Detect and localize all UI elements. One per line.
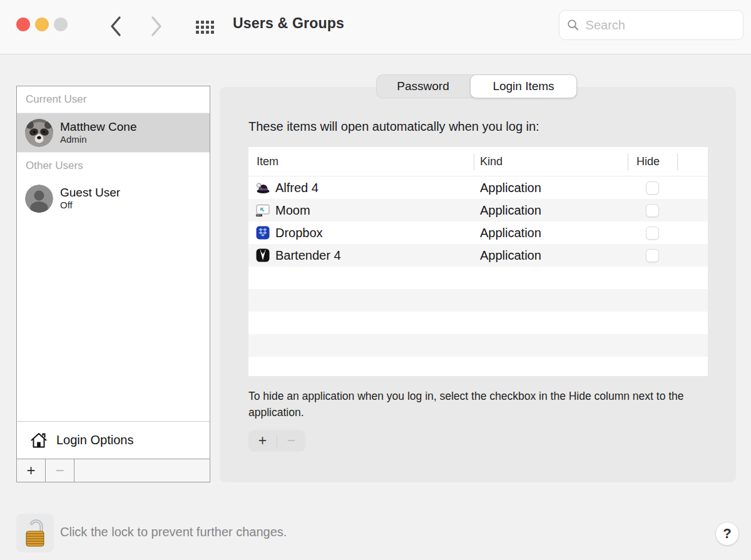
- search-field[interactable]: [559, 10, 743, 40]
- remove-user-button[interactable]: −: [46, 459, 74, 482]
- column-divider: [628, 153, 628, 170]
- column-divider: [474, 153, 474, 170]
- chevron-left-icon: [109, 16, 123, 37]
- chevron-right-icon: [150, 16, 163, 37]
- search-input[interactable]: [586, 18, 735, 33]
- table-empty-row: [248, 357, 708, 376]
- login-item-row[interactable]: Dropbox Application: [248, 221, 708, 244]
- users-groups-window: Users & Groups Current User Matthew Cone…: [0, 0, 751, 560]
- user-status: Off: [60, 200, 120, 211]
- column-divider: [677, 153, 678, 170]
- grid-icon: [196, 21, 215, 35]
- sidebar-footer: + −: [17, 459, 210, 482]
- login-item-kind: Application: [480, 226, 541, 240]
- login-items-add-remove-group: + −: [248, 430, 305, 452]
- dropbox-app-icon: [255, 225, 270, 240]
- close-window-button[interactable]: [16, 18, 30, 31]
- add-user-button[interactable]: +: [17, 459, 46, 482]
- window-title: Users & Groups: [233, 15, 344, 32]
- tab-bar: Password Login Items: [376, 74, 577, 98]
- table-empty-row: [248, 334, 708, 357]
- login-items-intro: These items will open automatically when…: [248, 120, 539, 134]
- table-empty-row: [248, 312, 708, 334]
- minimize-window-button[interactable]: [35, 18, 49, 31]
- lock-hint-text: Click the lock to prevent further change…: [60, 525, 287, 539]
- back-button[interactable]: [103, 13, 128, 40]
- tab-login-items[interactable]: Login Items: [470, 74, 577, 98]
- login-options-label: Login Options: [56, 433, 133, 447]
- user-name: Matthew Cone: [60, 120, 137, 134]
- show-all-preferences-button[interactable]: [192, 15, 219, 40]
- raccoon-avatar: [25, 119, 53, 147]
- login-item-kind: Application: [480, 248, 541, 263]
- tab-password[interactable]: Password: [376, 74, 470, 98]
- moom-app-icon: [255, 203, 270, 218]
- hide-checkbox[interactable]: [646, 204, 659, 217]
- column-header-kind: Kind: [480, 155, 503, 168]
- user-name: Guest User: [60, 186, 120, 200]
- sidebar-item-matthew-cone[interactable]: Matthew Cone Admin: [17, 113, 210, 152]
- hide-hint-text: To hide an application when you log in, …: [248, 388, 687, 420]
- hide-checkbox[interactable]: [646, 181, 659, 195]
- login-items-rows: Alfred 4 Application Moom Application Dr…: [248, 176, 708, 376]
- login-item-name: Alfred 4: [275, 181, 319, 195]
- login-item-name: Moom: [275, 203, 310, 218]
- login-item-name: Bartender 4: [275, 248, 341, 263]
- bartender-app-icon: [255, 248, 270, 263]
- login-item-name: Dropbox: [275, 226, 323, 240]
- user-role: Admin: [60, 134, 137, 145]
- table-empty-row: [248, 289, 708, 312]
- zoom-window-button[interactable]: [54, 18, 68, 31]
- lock-button[interactable]: [16, 514, 54, 552]
- sidebar-item-guest-user[interactable]: Guest User Off: [17, 179, 210, 218]
- login-item-row[interactable]: Bartender 4 Application: [248, 244, 708, 267]
- add-login-item-button[interactable]: +: [248, 432, 277, 449]
- column-header-item: Item: [257, 155, 278, 168]
- open-lock-icon: [23, 518, 47, 548]
- hide-checkbox[interactable]: [646, 249, 659, 262]
- login-items-table: Item Kind Hide Alfred 4 Application Moom…: [248, 147, 708, 376]
- title-bar: Users & Groups: [0, 0, 751, 54]
- login-item-row[interactable]: Moom Application: [248, 199, 708, 221]
- other-users-header: Other Users: [17, 152, 210, 179]
- users-sidebar: Current User Matthew Cone Admin Other Us…: [16, 86, 210, 482]
- login-item-row[interactable]: Alfred 4 Application: [248, 176, 708, 199]
- login-item-kind: Application: [480, 203, 541, 218]
- house-icon: [29, 431, 48, 450]
- table-header: Item Kind Hide: [248, 147, 708, 176]
- guest-avatar: [25, 185, 53, 213]
- forward-button[interactable]: [144, 13, 169, 40]
- column-header-hide: Hide: [636, 155, 660, 168]
- alfred-app-icon: [255, 180, 270, 195]
- hide-checkbox[interactable]: [646, 227, 659, 240]
- current-user-header: Current User: [17, 86, 210, 113]
- search-icon: [567, 18, 580, 32]
- login-options-button[interactable]: Login Options: [17, 421, 210, 459]
- table-empty-row: [248, 267, 708, 289]
- login-item-kind: Application: [480, 181, 541, 195]
- help-button[interactable]: ?: [715, 522, 739, 546]
- remove-login-item-button[interactable]: −: [277, 432, 305, 449]
